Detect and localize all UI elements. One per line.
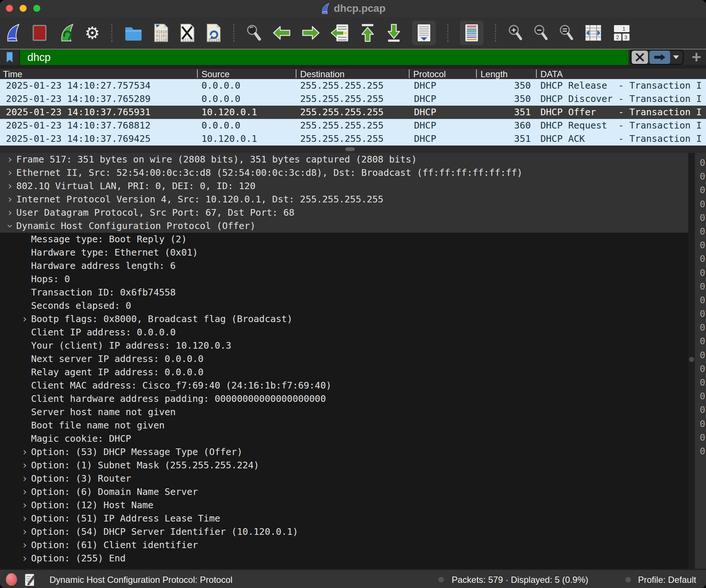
- detail-tree-row[interactable]: Relay agent IP address: 0.0.0.0: [0, 366, 688, 379]
- hex-offset-row[interactable]: 0: [700, 389, 706, 403]
- resize-columns-button[interactable]: [584, 24, 603, 42]
- hex-offset-row[interactable]: 0: [700, 431, 706, 444]
- column-divider[interactable]: [197, 69, 198, 78]
- display-filter-input[interactable]: [20, 49, 628, 65]
- start-capture-button[interactable]: [4, 23, 21, 42]
- expander-open-icon[interactable]: ›: [3, 220, 17, 232]
- detail-tree-row[interactable]: ›Option: (1) Subnet Mask (255.255.255.22…: [0, 459, 688, 472]
- expander-closed-icon[interactable]: ›: [4, 166, 16, 180]
- detail-tree-row[interactable]: ›Option: (61) Client identifier: [0, 539, 688, 552]
- column-header-data[interactable]: DATA: [540, 69, 563, 79]
- column-header-source[interactable]: Source: [201, 69, 230, 79]
- go-back-button[interactable]: [272, 25, 291, 41]
- hex-offset-row[interactable]: 0: [700, 156, 706, 170]
- detail-tree-row[interactable]: Transaction ID: 0x6fb74558: [0, 286, 688, 299]
- scrollbar-thumb[interactable]: [689, 357, 694, 362]
- hex-offset-row[interactable]: 0: [700, 183, 706, 197]
- filter-clear-button[interactable]: [632, 51, 648, 64]
- capture-comment-button[interactable]: [24, 573, 35, 588]
- expander-closed-icon[interactable]: ›: [18, 459, 31, 472]
- hex-offset-row[interactable]: 0: [700, 403, 706, 417]
- hex-offset-row[interactable]: 0: [700, 376, 706, 389]
- stop-capture-button[interactable]: [31, 24, 48, 42]
- detail-tree-row[interactable]: Message type: Boot Reply (2): [0, 233, 688, 246]
- filter-add-button[interactable]: +: [688, 49, 705, 65]
- column-header-protocol[interactable]: Protocol: [413, 69, 446, 79]
- hex-offset-row[interactable]: 0: [700, 334, 706, 348]
- expander-closed-icon[interactable]: ›: [18, 485, 31, 499]
- find-packet-button[interactable]: [246, 24, 262, 42]
- column-divider[interactable]: [409, 69, 410, 78]
- detail-tree-row[interactable]: ›Option: (6) Domain Name Server: [0, 485, 688, 499]
- detail-tree-row[interactable]: Magic cookie: DHCP: [0, 432, 688, 445]
- zoom-out-button[interactable]: −: [533, 24, 549, 42]
- colorize-packets-button[interactable]: [460, 21, 483, 45]
- expander-closed-icon[interactable]: ›: [18, 525, 31, 539]
- filter-bookmark-button[interactable]: [0, 49, 20, 65]
- expander-closed-icon[interactable]: ›: [4, 180, 16, 193]
- packet-row[interactable]: 2025-01-23 14:10:37.7652890.0.0.0255.255…: [0, 92, 706, 106]
- expander-closed-icon[interactable]: ›: [18, 552, 31, 565]
- packet-row[interactable]: 2025-01-23 14:10:37.7688120.0.0.0255.255…: [0, 119, 706, 132]
- detail-tree-row[interactable]: Client IP address: 0.0.0.0: [0, 326, 688, 339]
- pane-splitter[interactable]: [0, 146, 706, 153]
- splitter-handle[interactable]: [345, 147, 355, 151]
- detail-tree-row[interactable]: Boot file name not given: [0, 419, 688, 432]
- hex-offset-row[interactable]: 0: [700, 293, 706, 307]
- hex-offset-row[interactable]: 0: [700, 225, 706, 238]
- column-header-length[interactable]: Length: [481, 69, 508, 79]
- close-file-button[interactable]: 01110: [179, 23, 196, 43]
- detail-tree-row[interactable]: ›Internet Protocol Version 4, Src: 10.12…: [0, 193, 688, 206]
- detail-tree-row[interactable]: ›Option: (3) Router: [0, 472, 688, 485]
- filter-history-dropdown[interactable]: [670, 51, 682, 64]
- expander-closed-icon[interactable]: ›: [18, 499, 31, 512]
- go-to-packet-button[interactable]: [330, 23, 350, 42]
- hex-offset-row[interactable]: 0: [700, 197, 706, 211]
- status-profile[interactable]: Profile: Default: [638, 575, 696, 585]
- detail-tree-row[interactable]: ›User Datagram Protocol, Src Port: 67, D…: [0, 206, 688, 219]
- column-divider[interactable]: [296, 69, 296, 78]
- hex-offset-row[interactable]: 0: [700, 252, 706, 266]
- detail-tree-row[interactable]: ›Option: (255) End: [0, 552, 688, 565]
- detail-tree-row[interactable]: Your (client) IP address: 10.120.0.3: [0, 339, 688, 352]
- restart-capture-button[interactable]: [58, 23, 75, 42]
- open-file-button[interactable]: [124, 24, 143, 41]
- hex-offset-row[interactable]: 0: [700, 238, 706, 252]
- detail-tree-row[interactable]: Next server IP address: 0.0.0.0: [0, 352, 688, 366]
- go-first-packet-button[interactable]: [360, 23, 376, 43]
- hex-offset-row[interactable]: 0: [700, 307, 706, 321]
- detail-tree-row[interactable]: ›Option: (53) DHCP Message Type (Offer): [0, 445, 688, 459]
- zoom-reset-button[interactable]: =: [559, 24, 574, 42]
- detail-tree-row[interactable]: ›Option: (12) Host Name: [0, 499, 688, 512]
- detail-scrollbar[interactable]: [688, 153, 695, 569]
- detail-tree-row[interactable]: Seconds elapsed: 0: [0, 299, 688, 312]
- expander-closed-icon[interactable]: ›: [4, 193, 16, 206]
- go-last-packet-button[interactable]: [386, 23, 402, 43]
- detail-tree-row[interactable]: ›Option: (54) DHCP Server Identifier (10…: [0, 525, 688, 539]
- hex-offset-row[interactable]: 0: [700, 348, 706, 362]
- expander-closed-icon[interactable]: ›: [18, 445, 31, 459]
- detail-tree-row[interactable]: Hardware address length: 6: [0, 259, 688, 273]
- detail-tree-row[interactable]: ›Option: (51) IP Address Lease Time: [0, 512, 688, 525]
- detail-tree-row[interactable]: ›Frame 517: 351 bytes on wire (2808 bits…: [0, 153, 688, 166]
- column-divider[interactable]: [536, 69, 537, 78]
- save-file-button[interactable]: 01010 01101 01110: [153, 23, 169, 43]
- detail-tree-row[interactable]: Client hardware address padding: 0000000…: [0, 392, 688, 406]
- hex-offset-row[interactable]: 0: [700, 266, 706, 280]
- expander-closed-icon[interactable]: ›: [4, 206, 16, 219]
- expander-closed-icon[interactable]: ›: [18, 512, 31, 525]
- go-forward-button[interactable]: [301, 25, 320, 41]
- detail-tree-row[interactable]: ›Bootp flags: 0x8000, Broadcast flag (Br…: [0, 312, 688, 326]
- auto-scroll-button[interactable]: [412, 21, 436, 45]
- detail-tree-row[interactable]: ›Dynamic Host Configuration Protocol (Of…: [0, 219, 688, 233]
- hex-offset-row[interactable]: 0: [700, 211, 706, 225]
- detail-tree-row[interactable]: Server host name not given: [0, 406, 688, 419]
- expander-closed-icon[interactable]: ›: [18, 312, 31, 326]
- hex-offset-row[interactable]: 0: [700, 170, 706, 183]
- hex-offset-row[interactable]: 0: [700, 280, 706, 293]
- detail-tree-row[interactable]: ›802.1Q Virtual LAN, PRI: 0, DEI: 0, ID:…: [0, 180, 688, 193]
- column-header-destination[interactable]: Destination: [300, 69, 344, 79]
- hex-offset-row[interactable]: 0: [700, 417, 706, 431]
- column-header-time[interactable]: Time: [3, 69, 22, 79]
- packet-row[interactable]: 2025-01-23 14:10:37.76593110.120.0.1255.…: [0, 106, 706, 119]
